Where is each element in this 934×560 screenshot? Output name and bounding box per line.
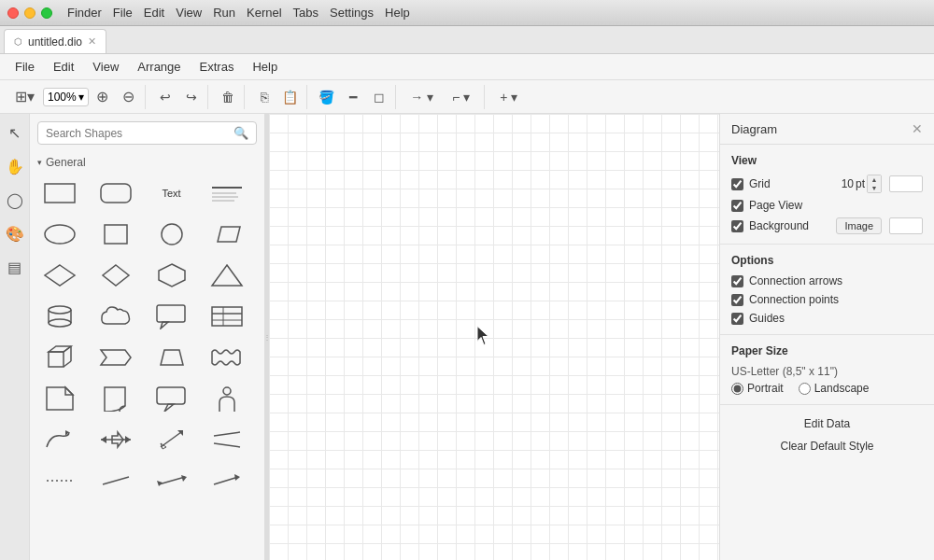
undo-button[interactable]: ↩ [153,85,177,109]
two-way-arrow-shape[interactable] [93,421,138,458]
close-window-button[interactable] [7,7,19,19]
zoom-in-button[interactable]: ⊕ [91,85,115,109]
menu-extras[interactable]: Extras [192,57,242,77]
background-color-swatch[interactable] [889,217,923,234]
search-box[interactable]: 🔍 [37,121,257,145]
os-menu-edit[interactable]: Edit [144,6,164,20]
rectangle-shape[interactable] [37,175,82,212]
ellipse-shape[interactable] [37,216,82,253]
two-head-arrow-shape[interactable] [149,462,194,499]
menu-arrange[interactable]: Arrange [130,57,188,77]
os-menu-help[interactable]: Help [385,6,410,20]
search-input[interactable] [46,127,230,140]
os-menu-settings[interactable]: Settings [330,6,374,20]
line-style-button[interactable]: ━ [341,85,365,109]
shadow-button[interactable]: ◻ [367,85,391,109]
arrow-right-shape[interactable] [205,462,249,499]
page-view-checkbox[interactable] [731,200,743,212]
wave-shape[interactable] [205,339,249,376]
grid-increment-button[interactable]: ▲ [868,175,881,184]
landscape-option[interactable]: Landscape [799,382,870,395]
rounded-rectangle-shape[interactable] [93,175,138,212]
grid-checkbox[interactable] [731,178,743,190]
zoom-selector[interactable]: 100% ▾ [43,88,89,106]
triangle-shape[interactable] [205,257,249,294]
os-menu-file[interactable]: File [113,6,133,20]
single-line-shape[interactable] [93,462,138,499]
os-menu-view[interactable]: View [176,6,202,20]
delete-button[interactable]: 🗑 [216,85,240,109]
speech-bubble-shape[interactable] [149,380,194,417]
diamond-shape[interactable] [37,257,82,294]
svg-point-35 [223,387,231,395]
hexagon-shape[interactable] [149,257,194,294]
minimize-window-button[interactable] [24,7,35,19]
background-checkbox[interactable] [731,220,743,232]
general-section-header[interactable]: ▾ General [37,152,257,175]
insert-button[interactable]: + ▾ [492,85,526,109]
grid-row: Grid 10 pt ▲ ▼ [731,175,923,193]
menu-help[interactable]: Help [245,57,285,77]
trapezoid-shape[interactable] [149,339,194,376]
fill-button[interactable]: 🪣 [315,85,339,109]
os-menu-tabs[interactable]: Tabs [293,6,318,20]
svg-rect-20 [212,307,242,326]
clear-style-button[interactable]: Clear Default Style [731,437,923,455]
portrait-option[interactable]: Portrait [731,382,784,395]
svg-marker-19 [161,322,168,329]
parallelogram-shape[interactable] [205,216,249,253]
layers-tool[interactable]: ▤ [4,256,26,278]
callout-shape[interactable] [149,298,194,335]
os-menu-kernel[interactable]: Kernel [247,6,282,20]
page-shape[interactable] [37,380,82,417]
pointer-tool[interactable]: ↖ [4,121,26,144]
guides-checkbox[interactable] [731,313,743,325]
diagonal-arrow-shape[interactable] [149,421,194,458]
table-shape[interactable] [205,298,249,335]
move-tool[interactable]: ✋ [4,155,26,177]
dotted-line-shape[interactable] [37,462,82,499]
shape-tool[interactable]: ◯ [4,189,26,211]
background-image-button[interactable]: Image [836,217,882,234]
cloud-shape[interactable] [93,298,138,335]
panel-close-button[interactable]: ✕ [912,121,923,136]
copy-style-button[interactable]: ⎘ [252,85,276,109]
heading-shape[interactable] [205,175,249,212]
grid-decrement-button[interactable]: ▼ [868,184,881,192]
grid-color-swatch[interactable] [889,175,923,192]
zoom-out-button[interactable]: ⊖ [117,85,141,109]
menu-file[interactable]: File [7,57,42,77]
portrait-radio[interactable] [731,383,743,395]
tab-close-button[interactable]: ✕ [88,35,96,48]
os-menu-run[interactable]: Run [213,6,235,20]
edit-data-button[interactable]: Edit Data [731,414,923,433]
color-picker-tool[interactable]: 🎨 [4,222,26,245]
square-shape[interactable] [93,216,138,253]
connection-arrows-checkbox[interactable] [731,275,743,287]
redo-button[interactable]: ↪ [179,85,204,109]
rhombus-shape[interactable] [93,257,138,294]
folded-page-shape[interactable] [93,380,138,417]
os-menu-finder[interactable]: Finder [67,6,102,20]
svg-rect-0 [45,184,75,203]
document-tab[interactable]: ⬡ untitled.dio ✕ [4,29,106,53]
canvas[interactable] [269,114,719,560]
circle-shape[interactable] [149,216,194,253]
double-line-shape[interactable] [205,421,249,458]
maximize-window-button[interactable] [41,7,52,19]
connection-points-checkbox[interactable] [731,294,743,306]
page-view-toggle-button[interactable]: ⊞▾ [7,85,41,109]
landscape-radio[interactable] [799,383,811,395]
grid-spinner[interactable]: ▲ ▼ [867,175,882,193]
paste-style-button[interactable]: 📋 [278,85,303,109]
menu-edit[interactable]: Edit [46,57,81,77]
text-shape[interactable]: Text [149,175,194,212]
curvy-arrow-shape[interactable] [37,421,82,458]
person-shape[interactable] [205,380,249,417]
cylinder-shape[interactable] [37,298,82,335]
connector-button[interactable]: → ▾ [403,85,441,109]
menu-view[interactable]: View [85,57,126,77]
cube-shape[interactable] [37,339,82,376]
process-shape[interactable] [93,339,138,376]
waypoint-button[interactable]: ⌐ ▾ [443,85,480,109]
